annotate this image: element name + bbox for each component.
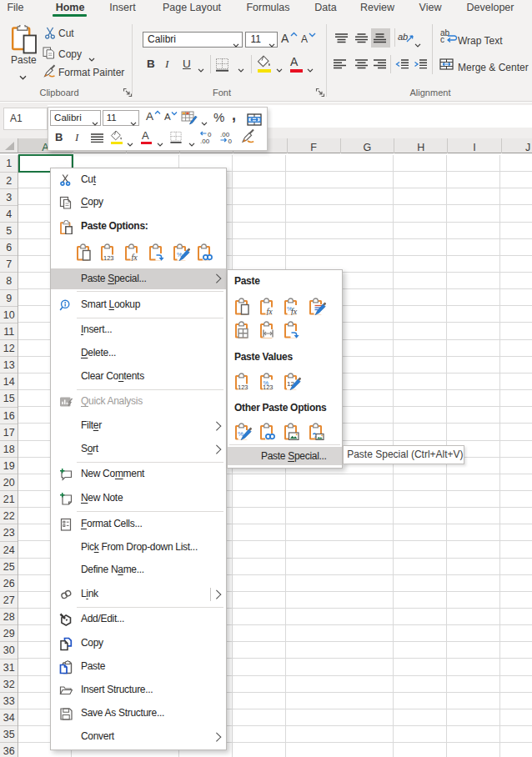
svg-text:123: 123: [238, 384, 248, 390]
svg-text:0: 0: [228, 138, 233, 144]
svg-text:fx: fx: [291, 307, 298, 315]
svg-text:fx: fx: [266, 307, 273, 315]
svg-text:.00: .00: [200, 138, 210, 144]
svg-text:123: 123: [263, 384, 274, 390]
svg-text:fx: fx: [131, 253, 138, 261]
svg-text:123: 123: [103, 254, 114, 261]
